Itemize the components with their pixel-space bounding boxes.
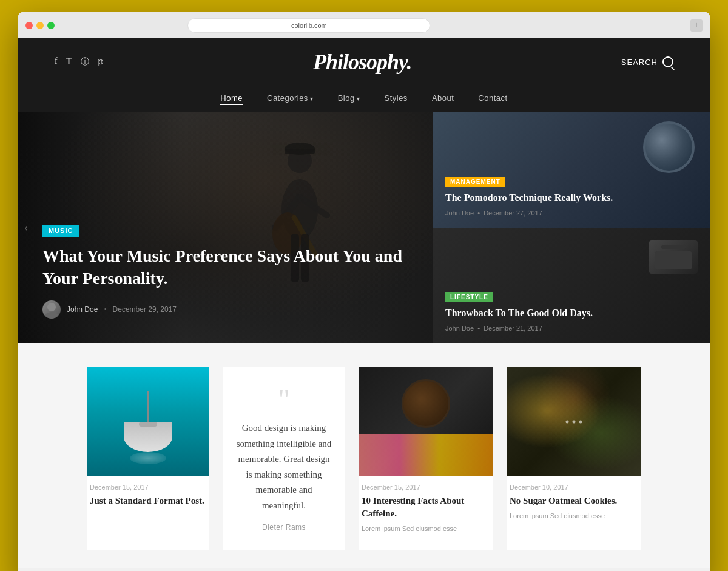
- hero-main[interactable]: ‹ MUSIC What Your Music Preference Says …: [18, 112, 433, 343]
- nav-styles[interactable]: Styles: [384, 93, 407, 105]
- post3-date: December 15, 2017: [362, 484, 490, 491]
- hero-avatar: [42, 300, 61, 319]
- food-dot: [566, 421, 569, 424]
- address-bar[interactable]: colorlib.com: [187, 18, 430, 33]
- browser-dots: [25, 22, 55, 29]
- card1-image: [643, 121, 698, 176]
- post4-excerpt: Lorem ipsum Sed eiusmod esse: [510, 511, 638, 521]
- svg-point-10: [47, 303, 56, 311]
- hero-sidebar: MANAGEMENT The Pomodoro Technique Really…: [433, 112, 710, 343]
- quote-text: Good design is making something intellig…: [235, 421, 332, 513]
- card1-title: The Pomodoro Technique Really Works.: [445, 192, 698, 204]
- food-dot: [579, 421, 582, 424]
- coffee-flowers: [359, 434, 493, 476]
- post4-date: December 10, 2017: [510, 484, 638, 491]
- hero-category-badge[interactable]: MUSIC: [42, 225, 79, 237]
- hero-date: December 29, 2017: [113, 305, 177, 314]
- card1-date: December 27, 2017: [484, 209, 542, 217]
- search-icon: [662, 56, 673, 67]
- nav-home[interactable]: Home: [220, 93, 243, 105]
- quote-author: Dieter Rams: [262, 523, 306, 532]
- card2-author: John Doe: [445, 325, 474, 332]
- hero-author: John Doe: [67, 305, 98, 314]
- lamp-shade: [124, 422, 172, 452]
- facebook-icon[interactable]: f: [55, 56, 58, 67]
- minimize-button[interactable]: [36, 22, 44, 29]
- new-tab-button[interactable]: +: [690, 19, 703, 32]
- hero-section: ‹ MUSIC What Your Music Preference Says …: [18, 112, 710, 343]
- food-dot: [573, 421, 576, 424]
- hero-card-2[interactable]: LIFESTYLE Throwback To The Good Old Days…: [433, 228, 710, 343]
- nav-blog[interactable]: Blog: [338, 93, 360, 105]
- site-wrapper: f 𝕋 ⓘ 𝕡 Philosophy. SEARCH Home Categori…: [18, 38, 710, 571]
- card2-category: LIFESTYLE: [445, 292, 493, 302]
- post4-content: December 10, 2017 No Sugar Oatmeal Cooki…: [507, 484, 641, 521]
- hero-separator: •: [104, 305, 106, 314]
- bottom-section: December 15, 2017 Just a Standard Format…: [18, 343, 710, 568]
- nav-about[interactable]: About: [432, 93, 454, 105]
- lamp-shape: [124, 391, 172, 452]
- card2-date: December 21, 2017: [484, 325, 542, 332]
- hero-content: MUSIC What Your Music Preference Says Ab…: [42, 225, 409, 319]
- card2-meta: John Doe • December 21, 2017: [445, 325, 698, 332]
- coffee-image: [359, 367, 493, 476]
- food-dots: [566, 421, 582, 424]
- nav-contact[interactable]: Contact: [478, 93, 507, 105]
- card1-author: John Doe: [445, 209, 474, 217]
- post1-date: December 15, 2017: [90, 484, 206, 491]
- search-button[interactable]: SEARCH: [621, 56, 673, 67]
- post3-excerpt: Lorem ipsum Sed eiusmod esse: [362, 524, 490, 534]
- close-button[interactable]: [25, 22, 33, 29]
- nav-categories[interactable]: Categories: [267, 93, 314, 105]
- post-card-4[interactable]: December 10, 2017 No Sugar Oatmeal Cooki…: [507, 367, 641, 550]
- post-card-3[interactable]: December 15, 2017 10 Interesting Facts A…: [359, 367, 493, 550]
- quote-mark: ": [278, 385, 290, 414]
- food-image: [507, 367, 641, 476]
- browser-window: colorlib.com + f 𝕋 ⓘ 𝕡 Philosophy. SEARC…: [18, 12, 710, 571]
- hero-prev-arrow[interactable]: ‹: [24, 221, 28, 234]
- post3-title: 10 Interesting Facts About Caffeine.: [362, 495, 490, 520]
- url-text: colorlib.com: [291, 22, 327, 29]
- posts-grid: December 15, 2017 Just a Standard Format…: [55, 367, 673, 550]
- post3-content: December 15, 2017 10 Interesting Facts A…: [359, 484, 493, 534]
- card1-content: MANAGEMENT The Pomodoro Technique Really…: [445, 175, 698, 217]
- svg-point-11: [44, 312, 59, 319]
- hero-title: What Your Music Preference Says About Yo…: [42, 245, 409, 289]
- search-label: SEARCH: [621, 58, 658, 67]
- browser-chrome: colorlib.com +: [18, 12, 710, 38]
- lamp-image: [87, 367, 209, 476]
- post-card-quote: " Good design is making something intell…: [223, 367, 345, 550]
- card1-meta: John Doe • December 27, 2017: [445, 209, 698, 217]
- post-card-1[interactable]: December 15, 2017 Just a Standard Format…: [87, 367, 209, 550]
- card1-category: MANAGEMENT: [445, 177, 505, 187]
- site-header: f 𝕋 ⓘ 𝕡 Philosophy. SEARCH: [18, 38, 710, 86]
- main-nav: Home Categories Blog Styles About Contac…: [18, 86, 710, 112]
- instagram-icon[interactable]: ⓘ: [81, 56, 89, 67]
- post4-title: No Sugar Oatmeal Cookies.: [510, 495, 638, 507]
- card2-title: Throwback To The Good Old Days.: [445, 307, 698, 320]
- pinterest-icon[interactable]: 𝕡: [98, 56, 104, 67]
- post1-title: Just a Standard Format Post.: [90, 495, 206, 507]
- lamp-cord: [147, 391, 149, 422]
- hero-card-1[interactable]: MANAGEMENT The Pomodoro Technique Really…: [433, 112, 710, 228]
- coffee-cup: [402, 379, 450, 428]
- post1-content: December 15, 2017 Just a Standard Format…: [87, 484, 209, 507]
- hero-meta: John Doe • December 29, 2017: [42, 300, 409, 319]
- maximize-button[interactable]: [47, 22, 55, 29]
- card2-image: [649, 240, 698, 274]
- footer-bar: www.heritagechristiancollege.com: [18, 568, 710, 571]
- card2-content: LIFESTYLE Throwback To The Good Old Days…: [445, 291, 698, 332]
- twitter-icon[interactable]: 𝕋: [66, 56, 72, 67]
- site-logo[interactable]: Philosophy.: [313, 49, 412, 75]
- svg-point-3: [285, 143, 315, 155]
- social-links: f 𝕋 ⓘ 𝕡: [55, 56, 104, 67]
